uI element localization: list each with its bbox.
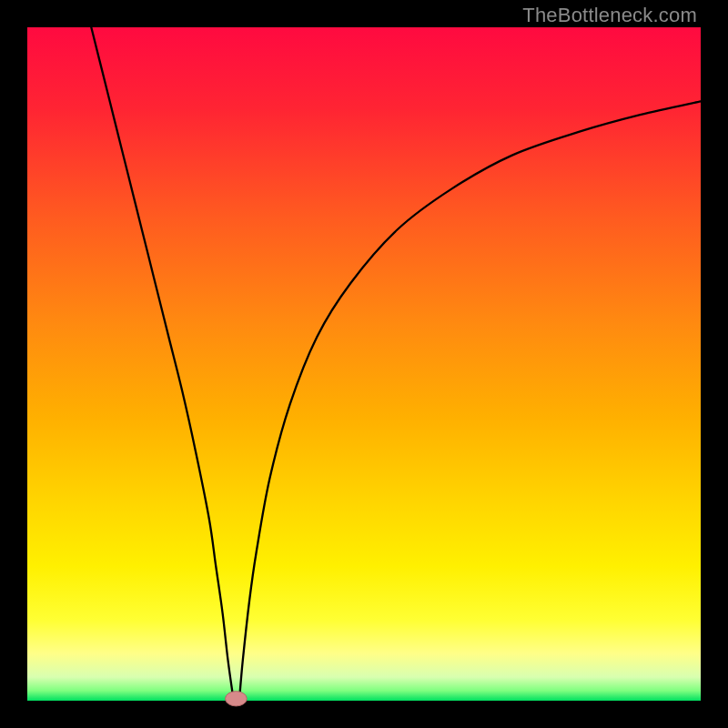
curve-layer — [27, 27, 701, 701]
minimum-marker — [226, 692, 248, 706]
bottleneck-curve-right — [239, 101, 701, 698]
bottleneck-curve-left — [91, 27, 233, 699]
chart-frame: TheBottleneck.com — [0, 0, 728, 728]
watermark-label: TheBottleneck.com — [522, 4, 697, 27]
plot-area — [27, 27, 701, 701]
